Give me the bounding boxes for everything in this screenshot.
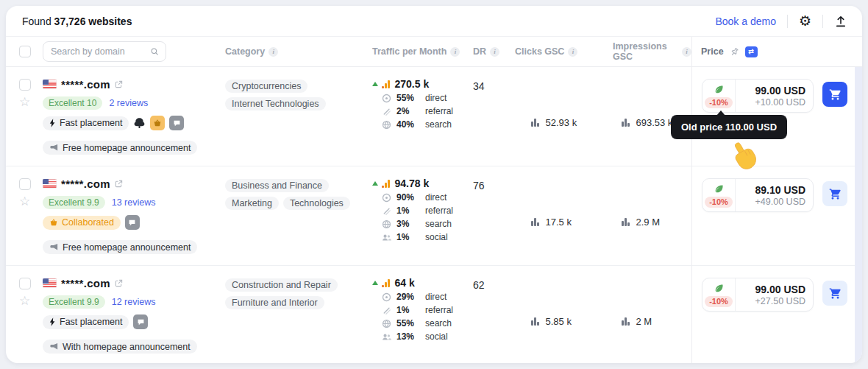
bars-icon xyxy=(622,119,630,127)
results-count: Found 37,726 websites xyxy=(22,15,132,27)
add-to-cart-button[interactable] xyxy=(822,281,847,306)
impressions-gsc-cell: 2 M xyxy=(613,276,691,363)
us-flag-icon xyxy=(43,278,57,288)
traffic-label: referral xyxy=(425,106,453,116)
search-by-domain-box[interactable] xyxy=(43,41,166,62)
social-icon xyxy=(382,233,391,242)
chip-label: Fast placement xyxy=(60,118,122,128)
category-cell: Cryptocurrencies Internet Technologies xyxy=(225,77,372,166)
chat-badge-icon[interactable] xyxy=(125,215,140,230)
website-cell: *****.com Excellent 9.9 12 reviews Fast … xyxy=(43,276,225,363)
add-to-cart-button[interactable] xyxy=(822,181,847,206)
divider xyxy=(787,15,788,28)
favorite-star-icon[interactable]: ☆ xyxy=(19,195,30,208)
column-header-category[interactable]: Categoryi xyxy=(225,46,372,57)
lightning-icon xyxy=(49,119,56,127)
column-header-dr[interactable]: DRi xyxy=(473,46,515,57)
reviews-link[interactable]: 13 reviews xyxy=(112,197,156,208)
trend-up-icon xyxy=(372,281,378,285)
column-label: Price xyxy=(701,46,724,57)
traffic-label: search xyxy=(425,318,452,328)
collaborated-chip: Collaborated xyxy=(43,216,121,230)
traffic-pct: 90% xyxy=(396,192,425,203)
discount-badge[interactable]: -10% xyxy=(705,197,733,208)
megaphone-icon xyxy=(49,342,59,351)
export-upload-icon[interactable] xyxy=(834,15,847,28)
settings-gear-icon[interactable]: ⚙ xyxy=(799,14,811,28)
reviews-link[interactable]: 12 reviews xyxy=(112,297,156,307)
table-row: ☆ *****.com Excellent 9.9 13 reviews Col… xyxy=(6,166,862,266)
external-link-icon[interactable] xyxy=(115,279,123,287)
traffic-pct: 1% xyxy=(396,205,425,216)
traffic-pct: 1% xyxy=(396,232,425,242)
column-header-impressions-gsc[interactable]: Impressions GSCi xyxy=(613,41,691,62)
traffic-bars-icon xyxy=(382,180,390,188)
traffic-pct: 40% xyxy=(396,119,425,130)
external-link-icon[interactable] xyxy=(115,180,123,188)
discount-badge[interactable]: -10% xyxy=(705,97,733,108)
traffic-pct: 13% xyxy=(396,331,425,342)
bars-icon xyxy=(531,317,539,326)
book-demo-link[interactable]: Book a demo xyxy=(715,15,776,27)
info-icon[interactable]: i xyxy=(568,47,577,57)
info-icon[interactable]: i xyxy=(682,47,691,57)
lightning-icon xyxy=(49,317,56,326)
category-cell: Business and Finance Marketing Technolog… xyxy=(225,177,372,265)
category-chip: Internet Technologies xyxy=(225,97,326,110)
column-header-price[interactable]: Price ⇄ xyxy=(691,46,862,57)
currency-toggle-icon[interactable]: ⇄ xyxy=(745,46,758,57)
leaf-icon xyxy=(714,183,725,194)
external-link-icon[interactable] xyxy=(115,80,123,88)
category-chip: Marketing xyxy=(225,197,279,210)
bars-icon xyxy=(622,317,630,326)
price-extra: +10.00 USD xyxy=(736,97,805,108)
traffic-cell: 64 k 29%direct 1%referral 55%search 13%s… xyxy=(372,276,473,363)
clicks-value: 5.85 k xyxy=(546,316,572,327)
info-icon[interactable]: i xyxy=(450,47,460,57)
rating-badge: Excellent 9.9 xyxy=(43,196,105,209)
traffic-label: direct xyxy=(425,192,447,203)
traffic-bars-icon xyxy=(382,80,390,88)
price-column-divider xyxy=(691,37,692,363)
row-checkbox[interactable] xyxy=(19,178,31,190)
discount-badge[interactable]: -10% xyxy=(705,296,733,307)
bars-icon xyxy=(622,218,630,226)
trend-up-icon xyxy=(372,82,378,86)
domain-name[interactable]: *****.com xyxy=(61,277,110,289)
info-icon[interactable]: i xyxy=(490,47,499,57)
row-checkbox[interactable] xyxy=(19,79,31,91)
column-header-clicks-gsc[interactable]: Clicks GSCi xyxy=(515,46,613,57)
column-label: DR xyxy=(473,46,486,57)
domain-name[interactable]: *****.com xyxy=(61,78,110,91)
info-icon[interactable]: i xyxy=(268,47,278,57)
add-to-cart-button[interactable] xyxy=(822,82,847,107)
column-header-traffic[interactable]: Traffic per Monthi xyxy=(372,46,473,57)
traffic-label: social xyxy=(425,331,448,342)
reviews-link[interactable]: 2 reviews xyxy=(109,98,148,108)
pin-icon[interactable] xyxy=(728,45,741,58)
column-label: Category xyxy=(225,46,265,57)
us-flag-icon xyxy=(43,179,57,189)
chat-badge-icon[interactable] xyxy=(169,116,184,130)
select-all-checkbox[interactable] xyxy=(19,46,31,57)
chat-badge-icon[interactable] xyxy=(133,314,148,329)
topbar: Found 37,726 websites Book a demo ⚙ xyxy=(6,6,862,37)
row-checkbox[interactable] xyxy=(19,278,31,289)
favorite-star-icon[interactable]: ☆ xyxy=(19,295,30,307)
domain-name[interactable]: *****.com xyxy=(61,178,110,190)
announcement-chip: Free homepage announcement xyxy=(43,240,197,254)
search-input[interactable] xyxy=(51,46,146,57)
traffic-label: direct xyxy=(425,93,447,103)
rating-badge: Excellent 10 xyxy=(43,96,102,110)
price-amount: 89.10 USD xyxy=(736,184,805,196)
referral-icon xyxy=(382,306,391,315)
favorite-star-icon[interactable]: ☆ xyxy=(19,96,30,108)
traffic-pct: 1% xyxy=(396,305,425,315)
price-extra: +27.50 USD xyxy=(736,296,805,306)
website-cell: *****.com Excellent 9.9 13 reviews Colla… xyxy=(43,177,225,265)
traffic-pct: 3% xyxy=(396,219,425,229)
clicks-gsc-cell: 52.93 k xyxy=(515,77,613,166)
tree-icon xyxy=(133,117,146,130)
column-label: Clicks GSC xyxy=(515,46,564,57)
search-traffic-icon xyxy=(382,219,391,229)
